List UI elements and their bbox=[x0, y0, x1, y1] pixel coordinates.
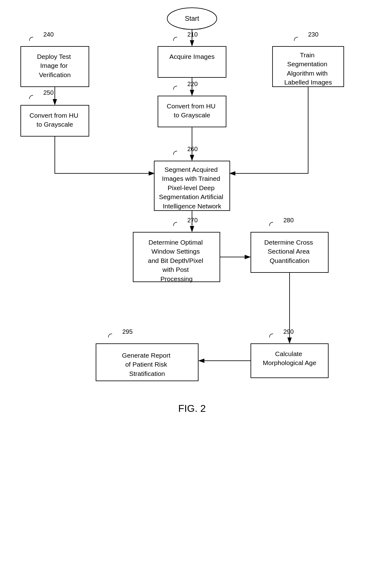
ref-260-label: 260 bbox=[187, 146, 198, 152]
ref-240-label: 240 bbox=[43, 31, 54, 38]
ref-210-curve bbox=[173, 37, 177, 41]
ref-220-label: 220 bbox=[187, 81, 198, 87]
ref-240-curve bbox=[29, 37, 33, 41]
ref-290-label: 290 bbox=[283, 328, 294, 335]
text-260: Segment Acquired Images with Trained Pix… bbox=[159, 166, 225, 210]
text-210: Acquire Images bbox=[169, 53, 215, 60]
flowchart-svg: Start 210 Acquire Images 220 Convert fro… bbox=[0, 0, 384, 588]
text-270: Determine Optimal Window Settings and Bi… bbox=[148, 239, 205, 282]
text-240: Deploy Test Image for Verification bbox=[37, 53, 72, 78]
text-295: Generate Report of Patient Risk Stratifi… bbox=[122, 352, 172, 377]
ref-270-curve bbox=[173, 222, 177, 226]
ref-210-label: 210 bbox=[187, 31, 198, 38]
ref-220-curve bbox=[173, 86, 177, 90]
arrow-250-260 bbox=[55, 136, 154, 173]
box-210 bbox=[158, 46, 226, 77]
diagram-container: Start 210 Acquire Images 220 Convert fro… bbox=[0, 0, 384, 588]
ref-290-curve bbox=[269, 334, 273, 338]
text-290: Calculate Morphological Age bbox=[263, 350, 316, 366]
text-280: Determine Cross Sectional Area Quantific… bbox=[264, 239, 315, 264]
ref-280-label: 280 bbox=[283, 217, 294, 224]
ref-295-curve bbox=[108, 334, 112, 338]
text-250: Convert from HU to Grayscale bbox=[29, 112, 80, 128]
ref-230-curve bbox=[294, 37, 298, 41]
arrow-230-260 bbox=[230, 87, 308, 173]
ref-230-label: 230 bbox=[308, 31, 318, 38]
ref-270-label: 270 bbox=[187, 217, 198, 224]
text-220: Convert from HU to Grayscale bbox=[167, 102, 217, 119]
ref-250-curve bbox=[29, 95, 33, 99]
start-label: Start bbox=[185, 15, 199, 22]
ref-295-label: 295 bbox=[122, 328, 133, 335]
text-230: Train Segmentation Algorithm with Labell… bbox=[284, 51, 332, 86]
ref-280-curve bbox=[269, 222, 273, 226]
ref-250-label: 250 bbox=[43, 89, 54, 96]
fig-label: FIG. 2 bbox=[178, 403, 206, 414]
ref-260-curve bbox=[173, 151, 177, 155]
